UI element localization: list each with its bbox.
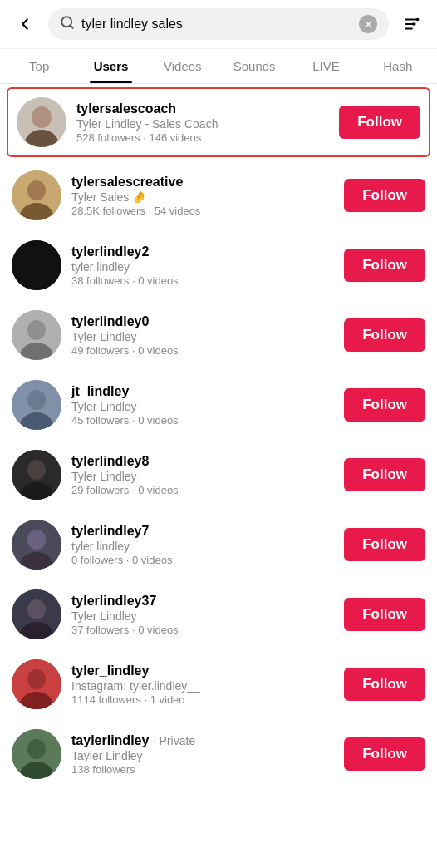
user-info: tylersalescoach Tyler Lindley - Sales Co… <box>76 101 329 144</box>
svg-point-13 <box>12 240 61 290</box>
display-name: Tyler Lindley <box>71 400 334 413</box>
user-info: jt_lindley Tyler Lindley 45 followers · … <box>71 384 334 427</box>
follow-button[interactable]: Follow <box>344 458 425 491</box>
username: taylerlindley · Private <box>71 733 334 748</box>
follow-button[interactable]: Follow <box>344 318 425 352</box>
user-list: tylersalescoach Tyler Lindley - Sales Co… <box>0 87 437 789</box>
user-stats: 37 followers · 0 videos <box>71 624 334 636</box>
user-stats: 38 followers · 0 videos <box>71 274 334 287</box>
username: tylersalescoach <box>76 101 329 116</box>
list-item[interactable]: taylerlindley · Private Tayler Lindley 1… <box>0 719 437 789</box>
username: tylersalescreative <box>71 175 334 190</box>
username: tylerlindley7 <box>71 524 334 539</box>
display-name: Tyler Sales 🤌 <box>71 190 334 204</box>
user-stats: 49 followers · 0 videos <box>71 344 334 357</box>
search-icon <box>60 15 75 33</box>
avatar <box>12 380 61 430</box>
private-badge: · Private <box>153 734 195 747</box>
avatar <box>12 589 61 639</box>
follow-button[interactable]: Follow <box>339 106 420 139</box>
username: tyler_lindley <box>71 663 334 678</box>
tab-videos[interactable]: Videos <box>147 49 218 83</box>
user-info: tylerlindley7 tyler lindley 0 followers … <box>71 524 334 566</box>
follow-button[interactable]: Follow <box>344 179 425 212</box>
list-item[interactable]: tylerlindley37 Tyler Lindley 37 follower… <box>0 579 437 649</box>
avatar <box>12 729 61 779</box>
list-item[interactable]: tylerlindley2 tyler lindley 38 followers… <box>0 230 437 300</box>
avatar <box>12 170 61 220</box>
display-name: Tyler Lindley <box>71 609 334 623</box>
user-stats: 138 followers <box>71 763 334 776</box>
avatar <box>17 97 66 147</box>
user-info: tyler_lindley Instagram: tyler.lindley__… <box>71 663 334 706</box>
display-name: Tayler Lindley <box>71 749 334 762</box>
svg-line-1 <box>70 25 72 27</box>
follow-button[interactable]: Follow <box>344 737 425 771</box>
display-name: Instagram: tyler.lindley__ <box>71 679 334 693</box>
list-item[interactable]: tylersalescreative Tyler Sales 🤌 28.5K f… <box>0 160 437 230</box>
list-item[interactable]: tylerlindley8 Tyler Lindley 29 followers… <box>0 440 437 510</box>
svg-point-30 <box>27 669 46 689</box>
user-stats: 1114 followers · 1 video <box>71 693 334 706</box>
list-item[interactable]: tylersalescoach Tyler Lindley - Sales Co… <box>7 87 430 157</box>
user-info: tylerlindley0 Tyler Lindley 49 followers… <box>71 314 334 357</box>
tab-hashtags[interactable]: Hash <box>362 49 434 83</box>
display-name: Tyler Lindley <box>71 470 334 483</box>
svg-point-5 <box>416 18 420 22</box>
display-name: tyler lindley <box>71 540 334 553</box>
header: ✕ <box>0 0 437 49</box>
search-input[interactable] <box>81 17 352 32</box>
svg-point-8 <box>32 106 52 128</box>
svg-point-11 <box>27 180 46 200</box>
svg-point-27 <box>27 599 46 619</box>
user-info: tylerlindley8 Tyler Lindley 29 followers… <box>71 454 334 496</box>
user-stats: 528 followers · 146 videos <box>76 131 329 144</box>
tab-top[interactable]: Top <box>3 49 75 83</box>
follow-button[interactable]: Follow <box>344 528 425 561</box>
svg-point-21 <box>27 460 46 480</box>
username: tylerlindley2 <box>71 244 334 259</box>
filter-button[interactable] <box>397 9 427 39</box>
user-info: tylersalescreative Tyler Sales 🤌 28.5K f… <box>71 175 334 217</box>
user-stats: 29 followers · 0 videos <box>71 484 334 496</box>
user-info: tylerlindley2 tyler lindley 38 followers… <box>71 244 334 287</box>
avatar <box>12 450 61 500</box>
svg-point-24 <box>27 530 46 550</box>
display-name: Tyler Lindley <box>71 330 334 343</box>
follow-button[interactable]: Follow <box>344 668 425 701</box>
list-item[interactable]: tylerlindley7 tyler lindley 0 followers … <box>0 510 437 579</box>
svg-point-18 <box>27 390 46 410</box>
avatar <box>12 310 61 360</box>
username: tylerlindley37 <box>71 594 334 609</box>
list-item[interactable]: tylerlindley0 Tyler Lindley 49 followers… <box>0 300 437 370</box>
user-info: taylerlindley · Private Tayler Lindley 1… <box>71 733 334 776</box>
avatar <box>12 520 61 570</box>
user-stats: 28.5K followers · 54 videos <box>71 205 334 217</box>
svg-point-15 <box>27 320 46 340</box>
list-item[interactable]: jt_lindley Tyler Lindley 45 followers · … <box>0 370 437 440</box>
follow-button[interactable]: Follow <box>344 249 425 282</box>
avatar <box>12 659 61 709</box>
svg-point-6 <box>412 22 415 26</box>
tab-sounds[interactable]: Sounds <box>218 49 290 83</box>
tabs-bar: Top Users Videos Sounds LIVE Hash <box>0 49 437 84</box>
user-stats: 0 followers · 0 videos <box>71 554 334 566</box>
list-item[interactable]: tyler_lindley Instagram: tyler.lindley__… <box>0 649 437 719</box>
username: jt_lindley <box>71 384 334 399</box>
follow-button[interactable]: Follow <box>344 388 425 422</box>
username: tylerlindley8 <box>71 454 334 469</box>
tab-live[interactable]: LIVE <box>290 49 361 83</box>
user-stats: 45 followers · 0 videos <box>71 414 334 427</box>
avatar <box>12 240 61 290</box>
tab-users[interactable]: Users <box>75 49 146 83</box>
user-info: tylerlindley37 Tyler Lindley 37 follower… <box>71 594 334 636</box>
display-name: Tyler Lindley - Sales Coach <box>76 117 329 131</box>
search-bar: ✕ <box>48 8 389 40</box>
display-name: tyler lindley <box>71 260 334 274</box>
svg-point-33 <box>27 739 46 759</box>
follow-button[interactable]: Follow <box>344 598 425 631</box>
username: tylerlindley0 <box>71 314 334 329</box>
clear-button[interactable]: ✕ <box>359 15 377 33</box>
back-button[interactable] <box>10 9 40 39</box>
